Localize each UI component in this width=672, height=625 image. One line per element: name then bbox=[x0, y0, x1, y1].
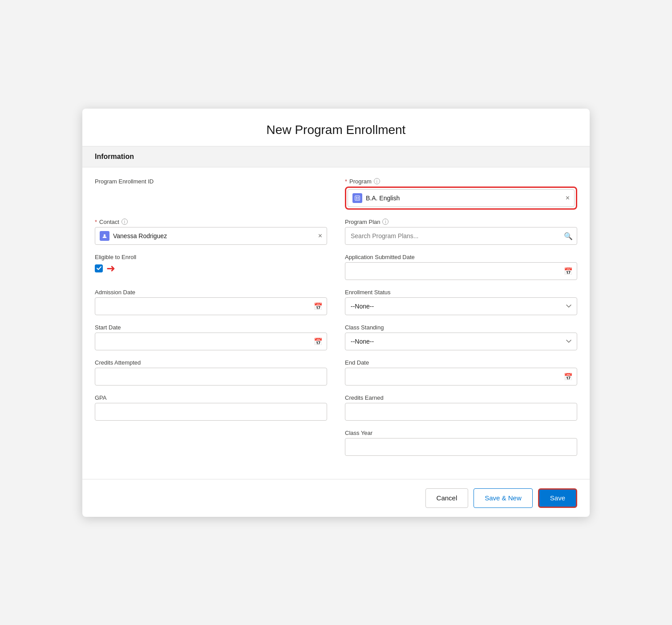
credits-earned-field: Credits Earned bbox=[345, 394, 577, 421]
save-button[interactable]: Save bbox=[538, 488, 577, 508]
application-submitted-date-input[interactable] bbox=[345, 262, 577, 280]
gpa-field: GPA bbox=[95, 394, 327, 421]
eligible-to-enroll-label: Eligible to Enroll bbox=[95, 254, 327, 260]
admission-date-calendar-icon[interactable]: 📅 bbox=[314, 302, 323, 310]
checkbox-check-icon bbox=[97, 266, 101, 270]
new-program-enrollment-modal: New Program Enrollment Information Progr… bbox=[82, 109, 590, 517]
program-plan-info-icon[interactable]: i bbox=[382, 219, 389, 225]
admission-date-field: Admission Date 📅 bbox=[95, 289, 327, 315]
admission-date-wrapper: 📅 bbox=[95, 297, 327, 315]
contact-clear-button[interactable]: × bbox=[318, 232, 322, 239]
program-value: B.A. English bbox=[366, 195, 562, 202]
modal-footer: Cancel Save & New Save bbox=[82, 479, 590, 517]
program-enrollment-id-label: Program Enrollment ID bbox=[95, 178, 327, 185]
svg-rect-2 bbox=[358, 197, 359, 198]
program-required-star: * bbox=[345, 178, 347, 185]
start-date-wrapper: 📅 bbox=[95, 333, 327, 350]
contact-icon-svg bbox=[102, 233, 107, 239]
form-body: Program Enrollment ID * Program i bbox=[82, 167, 590, 479]
application-submitted-date-calendar-icon[interactable]: 📅 bbox=[564, 267, 573, 275]
class-year-label: Class Year bbox=[345, 430, 577, 436]
class-standing-field: Class Standing --None-- Freshman Sophomo… bbox=[345, 324, 577, 350]
end-date-calendar-icon[interactable]: 📅 bbox=[564, 372, 573, 381]
program-lookup-field[interactable]: B.A. English × bbox=[348, 189, 575, 207]
end-date-label: End Date bbox=[345, 359, 577, 366]
application-submitted-date-wrapper: 📅 bbox=[345, 262, 577, 280]
program-plan-search-wrapper: 🔍 bbox=[345, 227, 577, 245]
credits-earned-input[interactable] bbox=[345, 403, 577, 421]
application-submitted-date-field: Application Submitted Date 📅 bbox=[345, 254, 577, 280]
section-title: Information bbox=[95, 153, 134, 160]
class-year-field: Class Year bbox=[345, 430, 577, 456]
section-header: Information bbox=[82, 146, 590, 167]
eligible-to-enroll-wrapper: ➜ bbox=[95, 262, 327, 275]
contact-lookup-field[interactable]: Vanessa Rodriguez × bbox=[95, 227, 327, 245]
application-submitted-date-label: Application Submitted Date bbox=[345, 254, 577, 260]
modal-title: New Program Enrollment bbox=[91, 123, 581, 137]
program-plan-field: Program Plan i 🔍 bbox=[345, 219, 577, 245]
enrollment-status-label: Enrollment Status bbox=[345, 289, 577, 296]
admission-date-input[interactable] bbox=[95, 297, 327, 315]
contact-field: * Contact i Vanessa Rodriguez × bbox=[95, 219, 327, 245]
credits-attempted-input[interactable] bbox=[95, 368, 327, 386]
svg-rect-4 bbox=[358, 198, 359, 199]
class-standing-label: Class Standing bbox=[345, 324, 577, 331]
start-date-field: Start Date 📅 bbox=[95, 324, 327, 350]
program-field: * Program i bbox=[345, 178, 577, 210]
program-enrollment-id-empty bbox=[95, 187, 327, 204]
contact-required-star: * bbox=[95, 219, 97, 225]
eligible-to-enroll-checkbox[interactable] bbox=[95, 264, 103, 272]
class-year-input[interactable] bbox=[345, 438, 577, 456]
modal-header: New Program Enrollment bbox=[82, 109, 590, 146]
eligible-to-enroll-field: Eligible to Enroll ➜ bbox=[95, 254, 327, 280]
contact-value: Vanessa Rodriguez bbox=[113, 232, 315, 239]
program-plan-label: Program Plan i bbox=[345, 219, 577, 225]
contact-lookup-icon bbox=[100, 231, 109, 241]
save-and-new-button[interactable]: Save & New bbox=[474, 488, 533, 508]
program-label: * Program i bbox=[345, 178, 577, 185]
svg-point-5 bbox=[104, 234, 106, 236]
end-date-wrapper: 📅 bbox=[345, 368, 577, 386]
gpa-label: GPA bbox=[95, 394, 327, 401]
contact-label: * Contact i bbox=[95, 219, 327, 225]
svg-rect-0 bbox=[355, 195, 360, 200]
program-plan-input[interactable] bbox=[345, 227, 577, 245]
form-grid: Program Enrollment ID * Program i bbox=[95, 178, 577, 465]
credits-earned-label: Credits Earned bbox=[345, 394, 577, 401]
program-field-wrapper: B.A. English × bbox=[345, 187, 577, 210]
credits-attempted-label: Credits Attempted bbox=[95, 359, 327, 366]
program-lookup-icon bbox=[352, 193, 362, 203]
program-icon-svg bbox=[355, 195, 360, 201]
start-date-label: Start Date bbox=[95, 324, 327, 331]
program-clear-button[interactable]: × bbox=[566, 195, 570, 202]
svg-rect-3 bbox=[356, 198, 357, 199]
end-date-field: End Date 📅 bbox=[345, 359, 577, 386]
enrollment-status-field: Enrollment Status --None-- Enrolled With… bbox=[345, 289, 577, 315]
enrollment-status-select[interactable]: --None-- Enrolled Withdrawn Graduated bbox=[345, 297, 577, 315]
credits-attempted-field: Credits Attempted bbox=[95, 359, 327, 386]
empty-left-field bbox=[95, 430, 327, 456]
cancel-button[interactable]: Cancel bbox=[425, 488, 469, 508]
class-standing-select[interactable]: --None-- Freshman Sophomore Junior Senio… bbox=[345, 333, 577, 350]
start-date-calendar-icon[interactable]: 📅 bbox=[314, 337, 323, 345]
admission-date-label: Admission Date bbox=[95, 289, 327, 296]
end-date-input[interactable] bbox=[345, 368, 577, 386]
svg-rect-1 bbox=[356, 197, 357, 198]
start-date-input[interactable] bbox=[95, 333, 327, 350]
gpa-input[interactable] bbox=[95, 403, 327, 421]
program-plan-search-icon: 🔍 bbox=[564, 231, 573, 240]
program-enrollment-id-field: Program Enrollment ID bbox=[95, 178, 327, 210]
arrow-annotation: ➜ bbox=[106, 262, 115, 275]
contact-info-icon[interactable]: i bbox=[121, 219, 128, 225]
program-info-icon[interactable]: i bbox=[374, 178, 380, 184]
